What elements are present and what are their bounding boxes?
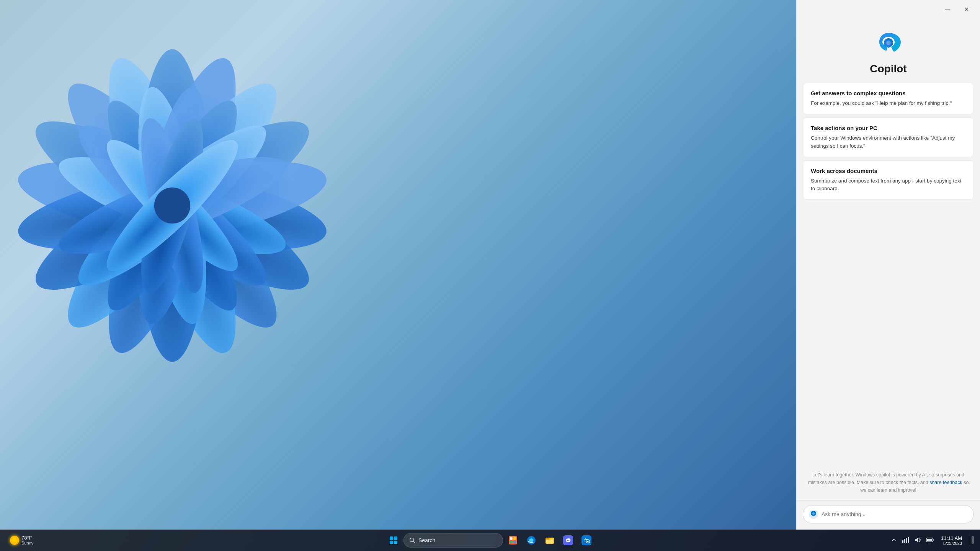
svg-rect-22 (390, 536, 393, 540)
tray-chevron-up[interactable] (890, 536, 898, 545)
network-icon (902, 536, 909, 543)
copilot-card-take-actions[interactable]: Take actions on your PC Control your Win… (803, 117, 974, 157)
svg-rect-25 (394, 541, 397, 544)
windows-logo-icon (389, 536, 398, 544)
weather-widget[interactable]: 78°F Sunny (6, 533, 37, 548)
copilot-input-area (797, 500, 980, 530)
svg-point-21 (154, 187, 190, 223)
taskbar-discord[interactable] (560, 532, 577, 549)
svg-rect-29 (510, 537, 513, 540)
copilot-panel: — ✕ Copilot (796, 0, 980, 530)
svg-point-53 (812, 512, 815, 515)
copilot-header: Copilot (797, 18, 980, 83)
svg-rect-31 (510, 541, 513, 543)
svg-rect-36 (546, 540, 553, 543)
copilot-card-complex-questions[interactable]: Get answers to complex questions For exa… (803, 83, 974, 114)
colorful-app-icon (508, 535, 518, 545)
copilot-ask-input[interactable] (822, 511, 968, 517)
copilot-disclaimer: Let's learn together. Windows copilot is… (797, 465, 980, 500)
search-icon (409, 537, 415, 543)
svg-marker-46 (915, 538, 918, 542)
volume-icon (914, 536, 921, 543)
taskbar-center: Search (385, 532, 595, 549)
svg-rect-44 (906, 538, 907, 543)
svg-text:🛍: 🛍 (583, 537, 590, 544)
card-take-actions-desc: Control your Windows environment with ac… (811, 134, 966, 150)
copilot-input-row (803, 505, 974, 523)
svg-rect-43 (904, 539, 905, 543)
svg-point-51 (886, 41, 891, 45)
svg-rect-35 (546, 538, 549, 540)
svg-rect-32 (513, 541, 516, 543)
ms-store-icon: 🛍 (581, 535, 591, 545)
chevron-up-icon (891, 537, 897, 543)
svg-rect-50 (972, 536, 974, 544)
taskbar-left: 78°F Sunny (0, 533, 77, 548)
tray-volume[interactable] (913, 535, 923, 546)
start-button[interactable] (385, 532, 402, 549)
taskbar-ms-store[interactable]: 🛍 (578, 532, 595, 549)
copilot-minimize-button[interactable]: — (939, 3, 956, 15)
copilot-avatar-small-icon (808, 509, 818, 519)
copilot-title: Copilot (870, 63, 906, 75)
card-complex-questions-title: Get answers to complex questions (811, 90, 966, 96)
svg-rect-49 (927, 539, 932, 541)
svg-rect-45 (908, 537, 909, 543)
svg-rect-23 (394, 536, 397, 540)
copilot-cards: Get answers to complex questions For exa… (797, 83, 980, 465)
discord-icon (563, 535, 573, 545)
wallpaper-flower (0, 0, 421, 398)
battery-icon (926, 537, 934, 543)
svg-rect-42 (902, 540, 903, 543)
edge-icon (526, 535, 536, 545)
card-complex-questions-desc: For example, you could ask "Help me plan… (811, 99, 966, 107)
copilot-logo-icon (875, 30, 902, 57)
clock[interactable]: 11:11 AM 5/23/2023 (938, 534, 965, 547)
search-label: Search (418, 537, 435, 543)
copilot-close-button[interactable]: ✕ (958, 3, 975, 15)
svg-point-39 (568, 540, 570, 541)
svg-rect-24 (390, 541, 393, 544)
weather-sun-icon (10, 536, 19, 545)
taskbar-file-explorer[interactable] (541, 532, 558, 549)
svg-line-27 (413, 541, 415, 543)
clock-date: 5/23/2023 (943, 541, 962, 546)
svg-rect-28 (509, 536, 517, 544)
card-take-actions-title: Take actions on your PC (811, 125, 966, 131)
weather-condition: Sunny (21, 541, 33, 546)
tray-battery[interactable] (925, 536, 936, 545)
tray-network[interactable] (900, 535, 910, 546)
taskbar: 78°F Sunny Search (0, 530, 980, 551)
show-desktop-icon (972, 536, 974, 544)
tray-show-desktop[interactable] (969, 535, 975, 546)
taskbar-app-colorful[interactable] (505, 532, 521, 549)
search-bar[interactable]: Search (403, 533, 503, 548)
taskbar-right: 11:11 AM 5/23/2023 (890, 534, 980, 547)
share-feedback-link[interactable]: share feedback (929, 480, 962, 485)
copilot-card-work-documents[interactable]: Work across documents Summarize and comp… (803, 160, 974, 200)
card-work-documents-title: Work across documents (811, 168, 966, 174)
card-work-documents-desc: Summarize and compose text from any app … (811, 177, 966, 193)
weather-temperature: 78°F (21, 535, 33, 541)
file-explorer-icon (545, 535, 555, 545)
svg-rect-48 (933, 539, 934, 541)
svg-rect-30 (513, 537, 516, 540)
weather-info: 78°F Sunny (21, 535, 33, 546)
taskbar-edge[interactable] (523, 532, 540, 549)
svg-point-38 (567, 540, 568, 541)
clock-time: 11:11 AM (941, 535, 962, 541)
copilot-titlebar: — ✕ (797, 0, 980, 18)
